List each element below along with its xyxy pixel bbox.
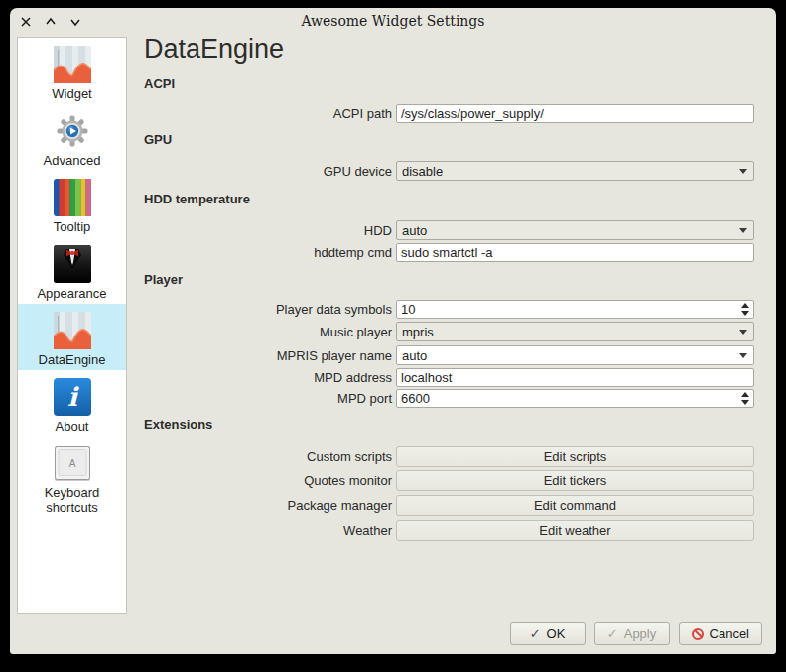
row-player-data-symbols: Player data symbols 10	[144, 300, 764, 319]
section-title-player: Player	[144, 272, 764, 287]
row-weather: Weather Edit weather	[144, 520, 764, 541]
field-label: Package manager	[144, 498, 396, 513]
sidebar-item-tooltip[interactable]: Tooltip	[18, 171, 126, 237]
check-icon: ✓	[530, 627, 541, 640]
spin-down-icon[interactable]	[741, 311, 749, 316]
spin-up-icon[interactable]	[741, 303, 749, 308]
field-label: ACPI path	[144, 106, 396, 121]
field-label: Custom scripts	[144, 449, 396, 464]
field-label: MPD address	[144, 370, 396, 385]
page-title: DataEngine	[144, 34, 764, 65]
color-stripes-icon	[54, 179, 91, 216]
section-title-gpu: GPU	[144, 132, 764, 147]
cancel-button[interactable]: Cancel	[679, 622, 762, 645]
dialog-buttons: ✓ OK ✓ Apply Cancel	[510, 622, 762, 645]
mpd-port-spinbox[interactable]: 6600	[396, 389, 754, 408]
gpu-device-combobox[interactable]: disable	[396, 161, 754, 181]
svg-text:A: A	[68, 458, 75, 469]
row-hdd: HDD auto	[144, 220, 764, 240]
sidebar-item-appearance[interactable]: Appearance	[18, 237, 126, 304]
sidebar-item-about[interactable]: i About	[18, 370, 126, 437]
chevron-down-icon	[739, 169, 747, 174]
field-label: hddtemp cmd	[144, 245, 396, 260]
gear-icon	[54, 112, 91, 150]
apply-button[interactable]: ✓ Apply	[594, 622, 670, 645]
edit-tickers-button[interactable]: Edit tickers	[396, 470, 754, 491]
mpd-address-input[interactable]	[396, 368, 754, 387]
keyboard-key-icon: A	[54, 445, 91, 482]
row-mpd-address: MPD address	[144, 368, 764, 387]
field-label: Music player	[144, 325, 396, 339]
sidebar-item-label: Keyboard shortcuts	[18, 485, 126, 515]
edit-weather-button[interactable]: Edit weather	[396, 520, 754, 541]
hdd-combobox[interactable]: auto	[396, 220, 754, 240]
row-mpd-port: MPD port 6600	[144, 389, 764, 408]
row-gpu-device: GPU device disable	[144, 161, 764, 181]
row-custom-scripts: Custom scripts Edit scripts	[144, 446, 764, 467]
ok-button[interactable]: ✓ OK	[510, 622, 586, 645]
chevron-down-icon	[739, 330, 747, 335]
field-label: GPU device	[144, 164, 396, 179]
sidebar-item-label: Tooltip	[54, 219, 91, 234]
field-label: Quotes monitor	[144, 473, 396, 488]
field-label: MPD port	[144, 391, 396, 406]
check-icon: ✓	[607, 627, 618, 640]
info-icon: i	[54, 378, 91, 416]
chart-icon	[54, 312, 91, 349]
settings-window: Awesome Widget Settings Widget	[10, 8, 776, 654]
edit-command-button[interactable]: Edit command	[396, 495, 754, 516]
music-player-combobox[interactable]: mpris	[396, 322, 754, 341]
sidebar-item-label: About	[56, 419, 89, 434]
player-data-symbols-spinbox[interactable]: 10	[396, 300, 754, 319]
row-acpi-path: ACPI path	[144, 104, 764, 123]
field-label: MPRIS player name	[144, 348, 396, 363]
sidebar-item-widget[interactable]: Widget	[18, 38, 126, 104]
spin-down-icon[interactable]	[741, 400, 749, 405]
chart-icon	[54, 46, 91, 83]
spin-up-icon[interactable]	[741, 392, 749, 397]
hddtemp-cmd-input[interactable]	[396, 243, 754, 262]
acpi-path-input[interactable]	[396, 104, 754, 123]
section-title-acpi: ACPI	[144, 76, 764, 91]
section-title-hdd: HDD temperature	[144, 192, 764, 206]
edit-scripts-button[interactable]: Edit scripts	[396, 446, 754, 467]
window-title: Awesome Widget Settings	[10, 13, 776, 29]
row-package-manager: Package manager Edit command	[144, 495, 764, 516]
category-sidebar: Widget Advanced	[17, 37, 127, 614]
titlebar: Awesome Widget Settings	[10, 8, 776, 36]
row-quotes-monitor: Quotes monitor Edit tickers	[144, 470, 764, 491]
row-mpris-player-name: MPRIS player name auto	[144, 345, 764, 365]
sidebar-item-dataengine[interactable]: DataEngine	[18, 304, 126, 370]
sidebar-item-label: Appearance	[37, 286, 106, 301]
row-hddtemp-cmd: hddtemp cmd	[144, 243, 764, 262]
chevron-down-icon	[739, 228, 747, 233]
cancel-icon	[692, 628, 704, 640]
field-label: HDD	[144, 223, 396, 238]
settings-panel: DataEngine ACPI ACPI path GPU GPU device…	[144, 34, 764, 541]
sidebar-item-keyboard-shortcuts[interactable]: A Keyboard shortcuts	[18, 437, 126, 518]
tuxedo-icon	[54, 245, 91, 283]
field-label: Weather	[144, 523, 396, 538]
section-title-extensions: Extensions	[144, 417, 764, 432]
sidebar-item-label: Advanced	[44, 153, 101, 168]
field-label: Player data symbols	[144, 302, 396, 317]
row-music-player: Music player mpris	[144, 322, 764, 341]
sidebar-item-label: DataEngine	[39, 352, 106, 367]
sidebar-item-advanced[interactable]: Advanced	[18, 104, 126, 171]
mpris-player-name-combobox[interactable]: auto	[396, 345, 754, 365]
sidebar-item-label: Widget	[52, 86, 91, 101]
chevron-down-icon	[739, 353, 747, 358]
